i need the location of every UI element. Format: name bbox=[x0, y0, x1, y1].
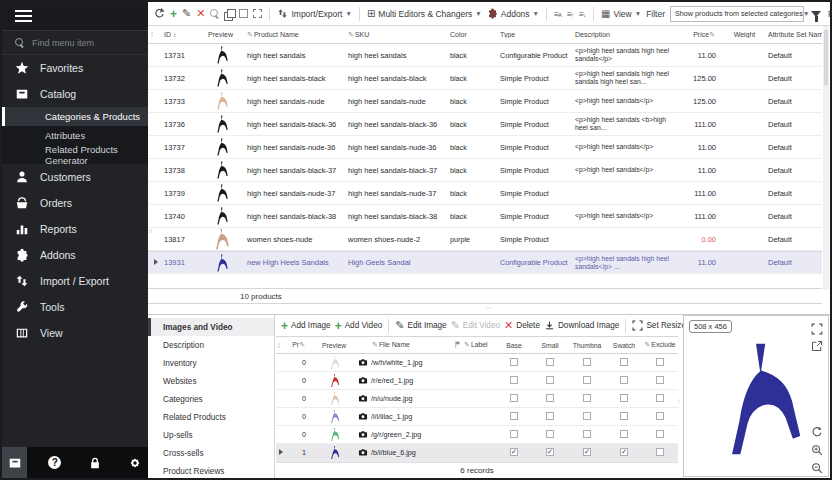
horizontal-splitter[interactable]: ⋯ bbox=[148, 304, 830, 314]
sidebar-item-favorites[interactable]: Favorites bbox=[2, 55, 148, 81]
col-preview[interactable]: Preview bbox=[310, 342, 358, 349]
col-thumbnail[interactable]: Thumbna bbox=[568, 342, 606, 349]
view-menu[interactable]: ▦ View▼ bbox=[601, 9, 641, 19]
sidebar-item-reports[interactable]: Reports bbox=[2, 216, 148, 242]
media-position[interactable]: 1 bbox=[288, 448, 310, 457]
product-description[interactable]: <p>high heel sandals</p> bbox=[572, 166, 679, 174]
product-description[interactable]: <p>high heel sandals</p> bbox=[572, 212, 679, 220]
tab-categories[interactable]: Categories bbox=[148, 390, 274, 408]
small-checkbox[interactable] bbox=[546, 376, 554, 384]
col-swatch[interactable]: Swatch bbox=[606, 342, 642, 349]
media-row[interactable]: 1 /b/l/blue_6.jpg bbox=[276, 444, 678, 462]
product-row[interactable]: 13731 high heel sandals high heel sandal… bbox=[148, 44, 822, 67]
product-name[interactable]: high heel sandals-black-37 bbox=[244, 166, 345, 175]
exclude-checkbox[interactable] bbox=[656, 358, 664, 366]
font-size-button[interactable]: ≡A bbox=[554, 9, 562, 19]
product-name[interactable]: high heel sandals-black-38 bbox=[244, 212, 345, 221]
media-position[interactable]: 0 bbox=[288, 412, 310, 421]
product-description[interactable]: <p>high heel sandals high heel sandals</… bbox=[572, 47, 679, 63]
col-preview[interactable]: Preview bbox=[197, 31, 244, 38]
product-name[interactable]: new High Heels Sandals bbox=[244, 258, 345, 267]
col-color[interactable]: Color bbox=[447, 31, 497, 38]
col-small[interactable]: Small bbox=[532, 342, 568, 349]
media-file-name[interactable]: /b/l/blue_6.jpg bbox=[358, 448, 454, 457]
media-file-name[interactable]: /w/h/white_1.jpg bbox=[358, 358, 454, 367]
product-sku[interactable]: high heel sandals-black-36 bbox=[345, 120, 447, 129]
product-row[interactable]: 13732 high heel sandals-black high heel … bbox=[148, 67, 822, 90]
sidebar-item-customers[interactable]: Customers bbox=[2, 164, 148, 190]
base-checkbox[interactable] bbox=[510, 430, 518, 438]
product-price[interactable]: 125.00 bbox=[679, 74, 724, 83]
product-name[interactable]: high heel sandals bbox=[244, 51, 345, 60]
product-row[interactable]: 13740 high heel sandals-black-38 high he… bbox=[148, 205, 822, 228]
tab-inventory[interactable]: Inventory bbox=[148, 354, 274, 372]
row-expander[interactable] bbox=[276, 448, 288, 457]
product-description[interactable]: <p>high heel sandals <b>high heel san... bbox=[572, 116, 679, 132]
product-name[interactable]: high heel sandals-black bbox=[244, 74, 345, 83]
col-weight[interactable]: Weight bbox=[724, 31, 765, 38]
category-filter-select[interactable]: Show products from selected categories▼ bbox=[670, 6, 804, 22]
swatch-checkbox[interactable] bbox=[620, 448, 628, 456]
media-row[interactable]: 0 /n/u/nude.jpg bbox=[276, 390, 678, 408]
sidebar-item-catalog[interactable]: Catalog bbox=[2, 81, 148, 107]
product-price[interactable]: 0.00 bbox=[679, 235, 724, 244]
zoom-in-icon[interactable] bbox=[811, 442, 823, 454]
media-position[interactable]: 0 bbox=[288, 358, 310, 367]
search-button[interactable] bbox=[210, 9, 219, 18]
tab-description[interactable]: Description bbox=[148, 336, 274, 354]
product-price[interactable]: 11.00 bbox=[679, 258, 724, 267]
swatch-checkbox[interactable] bbox=[620, 430, 628, 438]
small-checkbox[interactable] bbox=[546, 358, 554, 366]
small-checkbox[interactable] bbox=[546, 448, 554, 456]
edit-video-button[interactable]: ✎Edit Video bbox=[451, 320, 500, 331]
product-row[interactable]: 13817 women shoes-nude women shoes-nude-… bbox=[148, 228, 822, 251]
sidebar-item-import-export[interactable]: Import / Export bbox=[2, 268, 148, 294]
col-position[interactable]: Pr✎ bbox=[288, 341, 310, 349]
col-id[interactable]: ID ↕ bbox=[161, 31, 197, 38]
product-description[interactable]: <p>high heel sandals</p> bbox=[572, 143, 679, 151]
col-attribute-set[interactable]: Attribute Set Name bbox=[765, 31, 822, 38]
base-checkbox[interactable] bbox=[510, 394, 518, 402]
product-sku[interactable]: High Geels Sandal bbox=[345, 258, 447, 267]
exclude-checkbox[interactable] bbox=[656, 412, 664, 420]
lock-icon[interactable] bbox=[83, 447, 108, 478]
thumbnail-checkbox[interactable] bbox=[583, 448, 591, 456]
multi-editors-menu[interactable]: ⊞ Multi Editors & Changers▼ bbox=[367, 9, 482, 19]
product-sku[interactable]: high heel sandals-black-37 bbox=[345, 166, 447, 175]
small-checkbox[interactable] bbox=[546, 394, 554, 402]
exclude-checkbox[interactable] bbox=[656, 448, 664, 456]
col-description[interactable]: Description bbox=[572, 31, 679, 38]
product-name[interactable]: high heel sandals-nude bbox=[244, 97, 345, 106]
add-image-button[interactable]: +Add Image bbox=[281, 320, 331, 332]
paste-special-button[interactable] bbox=[253, 9, 262, 18]
product-price[interactable]: 11.00 bbox=[679, 143, 724, 152]
product-name[interactable]: women shoes-nude bbox=[244, 235, 345, 244]
media-file-name[interactable]: /g/r/green_2.jpg bbox=[358, 430, 454, 439]
product-price[interactable]: 111.00 bbox=[679, 189, 724, 198]
exclude-checkbox[interactable] bbox=[656, 394, 664, 402]
row-expander[interactable] bbox=[148, 258, 161, 267]
product-row[interactable]: 13737 high heel sandals-nude-36 high hee… bbox=[148, 136, 822, 159]
thumbnail-checkbox[interactable] bbox=[583, 358, 591, 366]
sidebar-item-view[interactable]: View bbox=[2, 320, 148, 346]
media-position[interactable]: 0 bbox=[288, 394, 310, 403]
delete-image-button[interactable]: ✕Delete bbox=[504, 320, 540, 331]
col-price[interactable]: Price✎ bbox=[679, 31, 724, 39]
product-sku[interactable]: high heel sandals-nude bbox=[345, 97, 447, 106]
exclude-checkbox[interactable] bbox=[656, 430, 664, 438]
thumbnail-checkbox[interactable] bbox=[583, 376, 591, 384]
media-row[interactable]: 0 /r/e/red_1.jpg bbox=[276, 372, 678, 390]
col-sku[interactable]: ✎SKU bbox=[345, 31, 447, 39]
col-exclude[interactable]: ✎Exclude bbox=[642, 341, 678, 349]
thumbnail-checkbox[interactable] bbox=[583, 412, 591, 420]
sidebar-item-orders[interactable]: Orders bbox=[2, 190, 148, 216]
media-row[interactable]: 0 /w/h/white_1.jpg bbox=[276, 354, 678, 372]
media-row[interactable]: 0 /g/r/green_2.jpg bbox=[276, 426, 678, 444]
swatch-checkbox[interactable] bbox=[620, 412, 628, 420]
product-description[interactable]: <p>high heel sandals high heel sandals h… bbox=[572, 70, 679, 86]
swatch-checkbox[interactable] bbox=[620, 376, 628, 384]
base-checkbox[interactable] bbox=[510, 376, 518, 384]
edit-product-button[interactable]: ✎ bbox=[182, 8, 191, 19]
sidebar-search-input[interactable]: Find menu item bbox=[2, 30, 148, 55]
product-sku[interactable]: women shoes-nude-2 bbox=[345, 235, 447, 244]
